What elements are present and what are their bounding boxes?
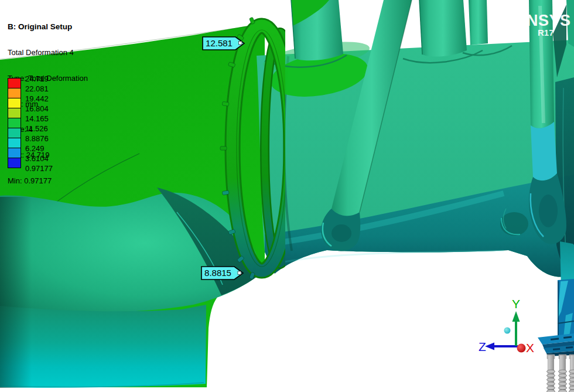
legend-value-5: 11.526 (25, 124, 48, 133)
probe-point-2 (238, 271, 241, 275)
legend-band-7 (8, 148, 21, 158)
triad-control[interactable]: Y Z X (479, 297, 534, 354)
result-min: Min: 0.97177 (8, 177, 88, 186)
support-structure (538, 279, 574, 392)
x-axis-ball[interactable] (517, 344, 526, 353)
analysis-title: B: Original Setup (8, 23, 88, 32)
legend-band-6 (8, 138, 21, 148)
legend-value-4: 14.165 (25, 114, 49, 123)
z-axis-arrowhead (485, 343, 494, 350)
probe-point-1 (239, 42, 242, 45)
result-name: Total Deformation 4 (8, 49, 88, 57)
legend-value-1: 22.081 (25, 84, 49, 93)
probe-value-2: 8.8815 (204, 268, 231, 278)
legend-band-0 (8, 78, 21, 88)
y-axis-arrowhead (512, 311, 520, 322)
anchor-bolts (547, 354, 574, 392)
legend-band-8 (8, 158, 21, 168)
ansys-release-text: R17 (538, 28, 554, 38)
legend-band-1 (8, 88, 21, 98)
legend-band-4 (8, 118, 21, 128)
legend-value-7: 6.249 (25, 144, 45, 153)
probe-annotation-1[interactable]: 12.581 (203, 37, 244, 50)
x-axis-label: X (526, 341, 534, 354)
ansys-graphics-viewport[interactable]: NSYS R17 Y Z X 12.581 8.8815 B: Original… (0, 0, 574, 392)
legend-value-8: 3.6104 (25, 154, 49, 163)
riser-pipe-1 (291, 0, 343, 60)
legend-values: 24.71922.08119.44216.80414.16511.5268.88… (25, 79, 72, 178)
riser-pipe-3 (469, 0, 488, 45)
legend-value-2: 19.442 (25, 94, 49, 103)
ansys-logo-text: NSYS (527, 12, 571, 29)
probe-annotation-2[interactable]: 8.8815 (201, 267, 243, 279)
legend-value-0: 24.719 (25, 74, 49, 83)
y-axis-label: Y (512, 297, 520, 311)
riser-pipe-2 (419, 0, 467, 57)
triad-iso-ball[interactable] (504, 328, 511, 334)
legend-value-6: 8.8876 (25, 134, 49, 143)
legend-band-5 (8, 128, 21, 138)
legend-band-2 (8, 98, 21, 108)
legend-value-3: 16.804 (25, 104, 49, 113)
z-axis-label: Z (479, 340, 486, 353)
legend-value-9: 0.97177 (25, 164, 53, 173)
legend-band-3 (8, 108, 21, 118)
main-horizontal-pipe (257, 36, 574, 277)
legend-bar (8, 79, 20, 168)
probe-value-1: 12.581 (206, 38, 233, 48)
